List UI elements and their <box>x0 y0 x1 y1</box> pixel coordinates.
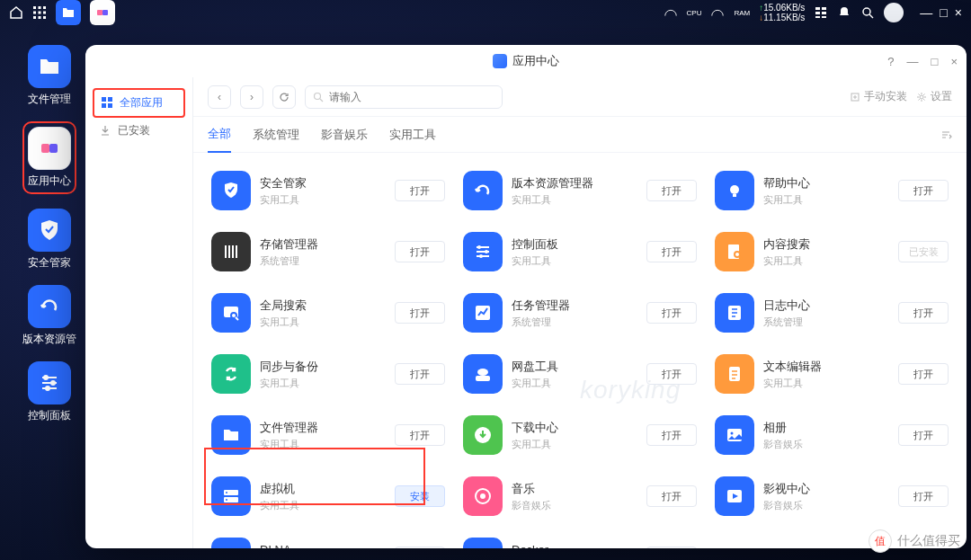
user-avatar[interactable] <box>884 3 904 22</box>
window-minimize-icon[interactable]: — <box>907 55 919 68</box>
app-name: 存储管理器 <box>260 236 386 253</box>
main-panel: ‹ › 手动安装 设置 全部 系统管理 <box>193 77 967 548</box>
svg-point-38 <box>479 254 483 258</box>
sidebar-label: 全部应用 <box>120 95 163 111</box>
app-action-button[interactable]: 打开 <box>395 302 445 324</box>
tab-utility[interactable]: 实用工具 <box>389 118 436 152</box>
app-action-button[interactable]: 打开 <box>395 424 445 446</box>
sidebar-item-installed[interactable]: 已安装 <box>93 118 185 144</box>
app-action-button[interactable]: 打开 <box>646 180 697 201</box>
window-titlebar[interactable]: 应用中心 ? — □ × <box>85 45 967 77</box>
app-action-button[interactable]: 打开 <box>646 424 697 446</box>
app-action-button[interactable]: 打开 <box>898 180 949 201</box>
app-icon <box>211 293 251 333</box>
minimize-icon[interactable]: — <box>920 5 932 20</box>
cpu-meter-icon[interactable] <box>664 5 678 20</box>
tab-all[interactable]: 全部 <box>208 117 231 153</box>
search-input[interactable] <box>329 91 494 103</box>
tab-media[interactable]: 影音娱乐 <box>321 118 368 152</box>
sort-button[interactable] <box>940 129 952 141</box>
app-card[interactable]: 安全管家实用工具打开 <box>208 164 449 218</box>
app-card[interactable]: 虚拟机实用工具安装 <box>208 469 449 523</box>
window-body: 全部应用 已安装 ‹ › 手动安装 <box>85 77 967 548</box>
app-icon <box>211 538 251 548</box>
app-card[interactable]: 任务管理器系统管理打开 <box>459 286 700 340</box>
desktop-item-controlpanel[interactable]: 控制面板 <box>28 361 71 423</box>
app-icon <box>463 476 503 516</box>
help-button[interactable]: ? <box>887 55 894 68</box>
settings-button[interactable]: 设置 <box>916 89 952 104</box>
search-icon[interactable] <box>860 5 875 20</box>
window-close-icon[interactable]: × <box>950 55 958 68</box>
app-action-button[interactable]: 打开 <box>395 241 445 262</box>
sidebar-label: 已安装 <box>118 123 150 138</box>
app-card[interactable]: 同步与备份实用工具打开 <box>208 347 449 401</box>
ram-meter-icon[interactable] <box>710 5 725 20</box>
app-card[interactable]: DLNA实用工具打开 <box>208 530 449 548</box>
app-card[interactable]: 下载中心实用工具打开 <box>459 408 700 462</box>
desktop-item-appcenter[interactable]: 应用中心 <box>28 127 71 189</box>
bell-icon[interactable] <box>837 5 851 20</box>
sidebar: 全部应用 已安装 <box>85 77 193 548</box>
app-card[interactable]: Docker实用工具打开 <box>459 530 700 548</box>
window-title: 应用中心 <box>512 53 559 69</box>
app-card[interactable]: 文件管理器实用工具打开 <box>208 408 449 462</box>
maximize-icon[interactable]: □ <box>940 5 947 20</box>
sidebar-item-all-apps[interactable]: 全部应用 <box>93 88 185 118</box>
app-card[interactable]: 存储管理器系统管理打开 <box>208 225 449 279</box>
app-action-button[interactable]: 打开 <box>898 363 949 385</box>
app-card[interactable]: 音乐影音娱乐打开 <box>459 469 700 523</box>
app-card[interactable]: 版本资源管理器实用工具打开 <box>459 164 700 218</box>
manual-install-button[interactable]: 手动安装 <box>850 89 907 104</box>
window-maximize-icon[interactable]: □ <box>931 55 939 68</box>
app-icon <box>715 415 754 455</box>
app-card[interactable]: 内容搜索实用工具已安装 <box>711 225 952 279</box>
app-action-button[interactable]: 安装 <box>395 485 445 507</box>
app-icon <box>211 171 251 210</box>
tab-system[interactable]: 系统管理 <box>253 118 299 152</box>
app-card[interactable]: 控制面板实用工具打开 <box>459 225 700 279</box>
close-icon[interactable]: × <box>955 5 962 20</box>
app-info: 版本资源管理器实用工具 <box>512 175 637 207</box>
menubar-right: CPU RAM 15.06KB/s 11.15KB/s — □ × <box>664 3 962 22</box>
app-action-button[interactable]: 打开 <box>646 547 697 548</box>
app-action-button[interactable]: 打开 <box>646 485 697 507</box>
search-box[interactable] <box>305 85 503 109</box>
desktop-item-security[interactable]: 安全管家 <box>28 209 71 271</box>
app-card[interactable]: 全局搜索实用工具打开 <box>208 286 449 340</box>
app-card[interactable]: 日志中心系统管理打开 <box>711 286 952 340</box>
app-action-button[interactable]: 已安装 <box>898 241 949 262</box>
svg-point-20 <box>44 376 48 379</box>
apps-grid-icon[interactable] <box>32 5 47 20</box>
app-action-button[interactable]: 打开 <box>646 302 697 324</box>
app-name: 版本资源管理器 <box>512 175 637 191</box>
app-action-button[interactable]: 打开 <box>646 241 697 262</box>
svg-point-30 <box>730 185 739 194</box>
desktop-item-version[interactable]: 版本资源管 <box>22 285 76 347</box>
app-icon <box>211 232 251 271</box>
taskbar-app-filemanager[interactable] <box>56 0 81 25</box>
svg-rect-24 <box>108 97 112 102</box>
dashboard-icon[interactable] <box>814 5 828 20</box>
app-action-button[interactable]: 打开 <box>898 424 949 446</box>
app-action-button[interactable]: 打开 <box>898 485 949 507</box>
nav-forward-button[interactable]: › <box>240 85 263 109</box>
app-card[interactable]: 相册影音娱乐打开 <box>711 408 952 462</box>
refresh-button[interactable] <box>272 85 296 109</box>
app-action-button[interactable]: 打开 <box>646 363 697 385</box>
nav-back-button[interactable]: ‹ <box>208 85 231 109</box>
app-action-button[interactable]: 打开 <box>898 302 949 324</box>
app-card[interactable]: 文本编辑器实用工具打开 <box>711 347 952 401</box>
app-card[interactable]: 网盘工具实用工具打开 <box>459 347 700 401</box>
app-action-button[interactable]: 打开 <box>395 547 445 548</box>
app-grid[interactable]: koryking 安全管家实用工具打开版本资源管理器实用工具打开帮助中心实用工具… <box>193 153 967 548</box>
net-down: 11.15KB/s <box>759 13 805 22</box>
app-card[interactable]: 影视中心影音娱乐打开 <box>711 469 952 523</box>
desktop-item-filemanager[interactable]: 文件管理 <box>28 45 71 107</box>
taskbar-app-appcenter[interactable] <box>90 0 115 25</box>
download-icon <box>100 125 112 138</box>
app-action-button[interactable]: 打开 <box>395 363 445 385</box>
app-card[interactable]: 帮助中心实用工具打开 <box>711 164 952 218</box>
app-action-button[interactable]: 打开 <box>395 180 445 201</box>
home-icon[interactable] <box>9 5 23 20</box>
